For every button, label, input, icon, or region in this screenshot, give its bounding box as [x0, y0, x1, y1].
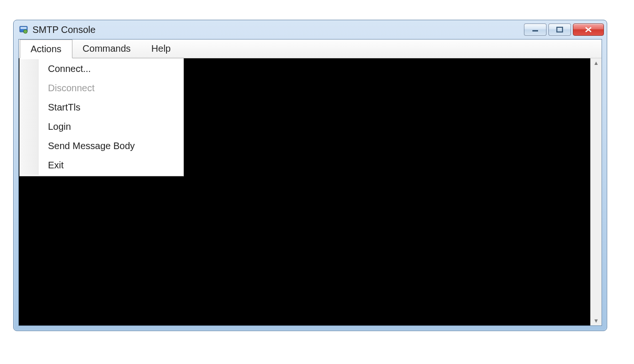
scroll-up-icon[interactable]: ▲ — [594, 60, 599, 66]
menu-item-label: Send Message Body — [48, 141, 135, 151]
menu-label: Help — [151, 43, 171, 54]
menu-commands[interactable]: Commands — [72, 40, 141, 58]
actions-dropdown: Connect... Disconnect StartTls Login Sen… — [19, 58, 184, 176]
menu-item-login[interactable]: Login — [21, 117, 182, 136]
svg-point-2 — [24, 30, 27, 33]
app-window: SMTP Console Actions Commands Help Conne… — [13, 20, 607, 331]
menu-item-label: StartTls — [48, 102, 80, 112]
window-controls — [524, 24, 604, 36]
svg-rect-3 — [532, 30, 538, 32]
menu-item-label: Connect... — [48, 63, 91, 74]
app-icon — [19, 25, 28, 34]
menubar: Actions Commands Help Connect... Disconn… — [19, 40, 602, 58]
close-button[interactable] — [573, 24, 604, 36]
menu-item-label: Disconnect — [48, 83, 95, 93]
menu-item-label: Login — [48, 121, 71, 132]
menu-item-disconnect: Disconnect — [21, 79, 182, 98]
menu-actions[interactable]: Actions — [20, 40, 72, 58]
menu-label: Actions — [31, 44, 62, 55]
svg-rect-4 — [557, 27, 563, 32]
client-area: Actions Commands Help Connect... Disconn… — [18, 39, 602, 326]
titlebar[interactable]: SMTP Console — [14, 20, 607, 39]
scroll-down-icon[interactable]: ▼ — [594, 318, 599, 324]
menu-help[interactable]: Help — [141, 40, 181, 58]
maximize-button[interactable] — [548, 24, 571, 36]
menu-item-starttls[interactable]: StartTls — [21, 98, 182, 117]
vertical-scrollbar[interactable]: ▲ ▼ — [590, 58, 602, 325]
svg-rect-1 — [21, 27, 27, 29]
menu-item-send-message-body[interactable]: Send Message Body — [21, 136, 182, 156]
menu-item-exit[interactable]: Exit — [21, 156, 182, 175]
menu-item-label: Exit — [48, 160, 63, 170]
window-title: SMTP Console — [32, 24, 524, 35]
minimize-button[interactable] — [524, 24, 547, 36]
menu-item-connect[interactable]: Connect... — [21, 59, 182, 79]
menu-label: Commands — [83, 43, 131, 54]
